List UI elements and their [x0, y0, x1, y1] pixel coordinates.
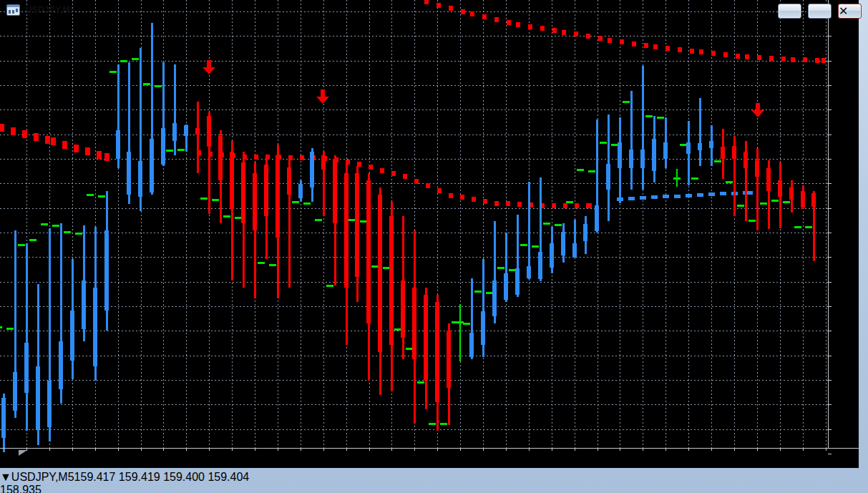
price-axis[interactable]: 158.935158.920158.905158.890158.875158.8… — [0, 484, 868, 493]
chart-client-area: ▼USDJPY,M5159.417 159.419 159.400 159.40… — [0, 0, 868, 493]
close-button[interactable]: ✕ — [838, 4, 862, 19]
symbol-period-label: USDJPY,M5 — [11, 471, 74, 483]
close-icon: ✕ — [839, 5, 848, 17]
chart-window: USDJPY,M5 ✕ ▼USDJPY,M5159.417 159.419 15… — [0, 0, 868, 493]
price-axis-label: 158.935 — [0, 484, 868, 493]
price-chart-canvas[interactable] — [0, 0, 859, 468]
chart-window-icon — [6, 4, 20, 16]
restore-button[interactable] — [808, 4, 832, 19]
window-title: USDJPY,M5 — [26, 5, 75, 15]
symbol-dropdown-icon[interactable]: ▼ — [0, 471, 11, 483]
title-bar[interactable]: USDJPY,M5 ✕ — [0, 0, 868, 20]
minimize-button[interactable] — [778, 4, 801, 19]
ohlc-info-line[interactable]: ▼USDJPY,M5159.417 159.419 159.400 159.40… — [0, 471, 868, 484]
ohlc-values: 159.417 159.419 159.400 159.404 — [74, 471, 250, 483]
